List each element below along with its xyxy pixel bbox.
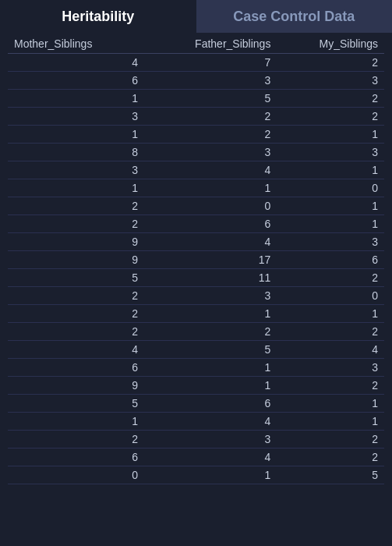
- cell-17-0: 6: [8, 359, 144, 377]
- cell-22-2: 2: [277, 448, 384, 466]
- cell-20-1: 4: [144, 413, 277, 431]
- table-row: 015: [8, 466, 384, 484]
- cell-6-1: 4: [144, 161, 277, 179]
- table-container: Mother_Siblings Father_Siblings My_Sibli…: [0, 33, 392, 546]
- cell-13-2: 0: [277, 287, 384, 305]
- cell-18-0: 9: [8, 377, 144, 395]
- cell-1-1: 3: [144, 72, 277, 90]
- cell-21-1: 3: [144, 431, 277, 448]
- table-row: 152: [8, 90, 384, 108]
- cell-21-2: 2: [277, 431, 384, 448]
- cell-7-0: 1: [8, 179, 144, 197]
- cell-13-1: 3: [144, 287, 277, 305]
- cell-23-0: 0: [8, 466, 144, 484]
- cell-4-0: 1: [8, 126, 144, 144]
- cell-6-2: 1: [277, 161, 384, 179]
- table-row: 5112: [8, 269, 384, 287]
- table-header-row: Mother_Siblings Father_Siblings My_Sibli…: [8, 33, 384, 54]
- cell-12-1: 11: [144, 269, 277, 287]
- cell-19-1: 6: [144, 395, 277, 413]
- table-row: 232: [8, 431, 384, 448]
- cell-9-1: 6: [144, 215, 277, 233]
- cell-11-2: 6: [277, 251, 384, 269]
- cell-3-0: 3: [8, 108, 144, 126]
- cell-10-0: 9: [8, 233, 144, 251]
- cell-8-1: 0: [144, 197, 277, 215]
- table-row: 141: [8, 413, 384, 431]
- cell-21-0: 2: [8, 431, 144, 448]
- cell-15-0: 2: [8, 323, 144, 341]
- cell-7-2: 0: [277, 179, 384, 197]
- cell-19-0: 5: [8, 395, 144, 413]
- cell-17-2: 3: [277, 359, 384, 377]
- cell-22-0: 6: [8, 448, 144, 466]
- cell-8-0: 2: [8, 197, 144, 215]
- col-my-siblings: My_Siblings: [277, 33, 384, 54]
- table-row: 633: [8, 72, 384, 90]
- cell-14-0: 2: [8, 305, 144, 323]
- table-row: 454: [8, 341, 384, 359]
- cell-1-2: 3: [277, 72, 384, 90]
- tab-heritability[interactable]: Heritability: [0, 0, 196, 33]
- cell-11-0: 9: [8, 251, 144, 269]
- cell-16-0: 4: [8, 341, 144, 359]
- table-row: 201: [8, 197, 384, 215]
- tab-case-control[interactable]: Case Control Data: [196, 0, 393, 33]
- cell-3-1: 2: [144, 108, 277, 126]
- table-row: 261: [8, 215, 384, 233]
- table-row: 110: [8, 179, 384, 197]
- cell-20-0: 1: [8, 413, 144, 431]
- cell-10-2: 3: [277, 233, 384, 251]
- table-row: 211: [8, 305, 384, 323]
- cell-2-2: 2: [277, 90, 384, 108]
- cell-22-1: 4: [144, 448, 277, 466]
- cell-8-2: 1: [277, 197, 384, 215]
- cell-7-1: 1: [144, 179, 277, 197]
- cell-14-2: 1: [277, 305, 384, 323]
- cell-17-1: 1: [144, 359, 277, 377]
- col-father-siblings: Father_Siblings: [144, 33, 277, 54]
- cell-3-2: 2: [277, 108, 384, 126]
- cell-18-2: 2: [277, 377, 384, 395]
- cell-11-1: 17: [144, 251, 277, 269]
- cell-5-0: 8: [8, 144, 144, 161]
- table-row: 833: [8, 144, 384, 161]
- cell-19-2: 1: [277, 395, 384, 413]
- cell-13-0: 2: [8, 287, 144, 305]
- cell-20-2: 1: [277, 413, 384, 431]
- table-row: 121: [8, 126, 384, 144]
- cell-15-2: 2: [277, 323, 384, 341]
- cell-15-1: 2: [144, 323, 277, 341]
- table-row: 322: [8, 108, 384, 126]
- cell-9-2: 1: [277, 215, 384, 233]
- table-row: 222: [8, 323, 384, 341]
- siblings-table: Mother_Siblings Father_Siblings My_Sibli…: [8, 33, 384, 484]
- cell-23-2: 5: [277, 466, 384, 484]
- table-row: 943: [8, 233, 384, 251]
- cell-6-0: 3: [8, 161, 144, 179]
- cell-16-1: 5: [144, 341, 277, 359]
- table-row: 9176: [8, 251, 384, 269]
- cell-9-0: 2: [8, 215, 144, 233]
- cell-2-0: 1: [8, 90, 144, 108]
- cell-5-2: 3: [277, 144, 384, 161]
- table-row: 642: [8, 448, 384, 466]
- table-row: 230: [8, 287, 384, 305]
- cell-0-2: 2: [277, 54, 384, 72]
- cell-23-1: 1: [144, 466, 277, 484]
- table-row: 341: [8, 161, 384, 179]
- col-mother-siblings: Mother_Siblings: [8, 33, 144, 54]
- cell-4-1: 2: [144, 126, 277, 144]
- cell-12-0: 5: [8, 269, 144, 287]
- table-row: 472: [8, 54, 384, 72]
- cell-16-2: 4: [277, 341, 384, 359]
- cell-0-1: 7: [144, 54, 277, 72]
- cell-4-2: 1: [277, 126, 384, 144]
- cell-2-1: 5: [144, 90, 277, 108]
- cell-0-0: 4: [8, 54, 144, 72]
- table-row: 613: [8, 359, 384, 377]
- cell-14-1: 1: [144, 305, 277, 323]
- cell-12-2: 2: [277, 269, 384, 287]
- cell-5-1: 3: [144, 144, 277, 161]
- cell-18-1: 1: [144, 377, 277, 395]
